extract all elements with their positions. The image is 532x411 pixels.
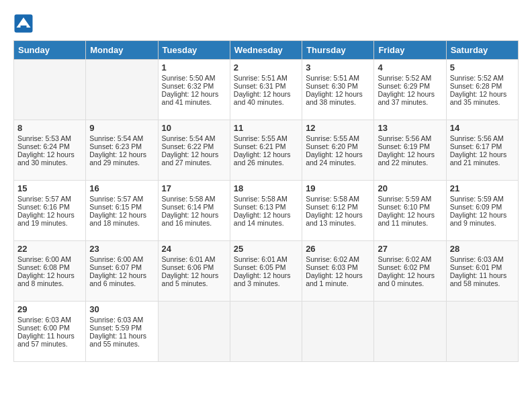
daylight: Daylight: 12 hours and 27 minutes. — [162, 150, 226, 167]
sunset: Sunset: 6:24 PM — [17, 142, 82, 150]
daylight: Daylight: 12 hours and 0 minutes. — [378, 271, 442, 287]
daylight: Daylight: 12 hours and 1 minute. — [306, 271, 370, 287]
day-number: 29 — [17, 304, 82, 314]
sunset: Sunset: 6:02 PM — [378, 263, 442, 271]
sunset: Sunset: 6:00 PM — [17, 324, 82, 332]
daylight: Daylight: 12 hours and 13 minutes. — [306, 211, 370, 227]
sunrise: Sunrise: 5:55 AM — [306, 134, 370, 142]
sunset: Sunset: 6:05 PM — [234, 263, 298, 271]
daylight: Daylight: 12 hours and 40 minutes. — [234, 90, 298, 106]
sunset: Sunset: 6:31 PM — [234, 82, 298, 90]
sunset: Sunset: 6:21 PM — [234, 142, 298, 150]
daylight: Daylight: 12 hours and 22 minutes. — [378, 150, 442, 167]
sunset: Sunset: 6:22 PM — [162, 142, 226, 150]
day-header-monday: Monday — [86, 41, 158, 60]
day-header-sunday: Sunday — [14, 41, 86, 60]
calendar-cell: 20Sunrise: 5:59 AMSunset: 6:10 PMDayligh… — [374, 181, 446, 241]
calendar-cell — [374, 302, 446, 362]
week-row-4: 22Sunrise: 6:00 AMSunset: 6:08 PMDayligh… — [14, 241, 519, 302]
calendar-cell — [446, 302, 518, 362]
logo-icon — [13, 13, 34, 34]
sunset: Sunset: 6:10 PM — [378, 203, 442, 211]
days-header-row: SundayMondayTuesdayWednesdayThursdayFrid… — [14, 41, 519, 60]
calendar-cell: 14Sunrise: 5:56 AMSunset: 6:17 PMDayligh… — [446, 120, 518, 181]
week-row-2: 8Sunrise: 5:53 AMSunset: 6:24 PMDaylight… — [14, 120, 519, 181]
sunrise: Sunrise: 5:56 AM — [450, 134, 515, 142]
sunrise: Sunrise: 6:03 AM — [17, 316, 82, 324]
logo — [13, 13, 36, 34]
day-header-saturday: Saturday — [446, 41, 518, 60]
day-number: 1 — [162, 62, 226, 73]
day-number: 19 — [306, 183, 370, 193]
day-number: 26 — [306, 244, 370, 254]
day-number: 14 — [450, 123, 515, 133]
sunrise: Sunrise: 5:51 AM — [306, 74, 370, 82]
day-number: 30 — [89, 304, 154, 314]
sunrise: Sunrise: 5:54 AM — [89, 134, 154, 142]
daylight: Daylight: 12 hours and 8 minutes. — [17, 271, 82, 287]
calendar-cell: 30Sunrise: 6:03 AMSunset: 5:59 PMDayligh… — [86, 302, 158, 362]
calendar-cell: 24Sunrise: 6:01 AMSunset: 6:06 PMDayligh… — [158, 241, 230, 302]
calendar-cell: 2Sunrise: 5:51 AMSunset: 6:31 PMDaylight… — [230, 60, 302, 120]
daylight: Daylight: 12 hours and 29 minutes. — [89, 150, 154, 167]
calendar-cell: 8Sunrise: 5:53 AMSunset: 6:24 PMDaylight… — [14, 120, 86, 181]
daylight: Daylight: 12 hours and 6 minutes. — [89, 271, 154, 287]
sunset: Sunset: 6:17 PM — [450, 142, 515, 150]
calendar-cell: 11Sunrise: 5:55 AMSunset: 6:21 PMDayligh… — [230, 120, 302, 181]
sunset: Sunset: 6:28 PM — [450, 82, 515, 90]
daylight: Daylight: 12 hours and 26 minutes. — [234, 150, 298, 167]
sunrise: Sunrise: 5:50 AM — [162, 74, 226, 82]
sunset: Sunset: 6:19 PM — [378, 142, 442, 150]
calendar-cell: 15Sunrise: 5:57 AMSunset: 6:16 PMDayligh… — [14, 181, 86, 241]
sunrise: Sunrise: 5:51 AM — [234, 74, 298, 82]
calendar-cell: 3Sunrise: 5:51 AMSunset: 6:30 PMDaylight… — [302, 60, 374, 120]
daylight: Daylight: 12 hours and 41 minutes. — [162, 90, 226, 106]
daylight: Daylight: 11 hours and 57 minutes. — [17, 332, 82, 348]
daylight: Daylight: 12 hours and 16 minutes. — [162, 211, 226, 227]
daylight: Daylight: 12 hours and 5 minutes. — [162, 271, 226, 287]
sunset: Sunset: 6:23 PM — [89, 142, 154, 150]
sunrise: Sunrise: 6:01 AM — [234, 255, 298, 263]
sunset: Sunset: 6:20 PM — [306, 142, 370, 150]
day-number: 27 — [378, 244, 442, 254]
daylight: Daylight: 12 hours and 37 minutes. — [378, 90, 442, 106]
calendar-cell: 22Sunrise: 6:00 AMSunset: 6:08 PMDayligh… — [14, 241, 86, 302]
sunrise: Sunrise: 5:56 AM — [378, 134, 442, 142]
sunrise: Sunrise: 5:55 AM — [234, 134, 298, 142]
sunrise: Sunrise: 6:00 AM — [17, 255, 82, 263]
calendar-table: SundayMondayTuesdayWednesdayThursdayFrid… — [13, 40, 519, 362]
calendar-cell: 10Sunrise: 5:54 AMSunset: 6:22 PMDayligh… — [158, 120, 230, 181]
calendar-cell: 18Sunrise: 5:58 AMSunset: 6:13 PMDayligh… — [230, 181, 302, 241]
sunset: Sunset: 5:59 PM — [89, 324, 154, 332]
sunset: Sunset: 6:13 PM — [234, 203, 298, 211]
sunrise: Sunrise: 6:03 AM — [89, 316, 154, 324]
day-number: 13 — [378, 123, 442, 133]
calendar-cell — [14, 60, 86, 120]
sunset: Sunset: 6:30 PM — [306, 82, 370, 90]
calendar-cell: 28Sunrise: 6:03 AMSunset: 6:01 PMDayligh… — [446, 241, 518, 302]
sunrise: Sunrise: 5:59 AM — [450, 195, 515, 203]
sunset: Sunset: 6:12 PM — [306, 203, 370, 211]
header — [13, 13, 519, 34]
calendar-cell: 26Sunrise: 6:02 AMSunset: 6:03 PMDayligh… — [302, 241, 374, 302]
calendar-cell: 13Sunrise: 5:56 AMSunset: 6:19 PMDayligh… — [374, 120, 446, 181]
sunrise: Sunrise: 5:58 AM — [162, 195, 226, 203]
daylight: Daylight: 12 hours and 38 minutes. — [306, 90, 370, 106]
daylight: Daylight: 11 hours and 58 minutes. — [450, 271, 515, 287]
day-number: 21 — [450, 183, 515, 193]
daylight: Daylight: 12 hours and 30 minutes. — [17, 150, 82, 167]
day-number: 18 — [234, 183, 298, 193]
calendar-cell: 9Sunrise: 5:54 AMSunset: 6:23 PMDaylight… — [86, 120, 158, 181]
day-header-friday: Friday — [374, 41, 446, 60]
sunrise: Sunrise: 5:52 AM — [450, 74, 515, 82]
daylight: Daylight: 12 hours and 9 minutes. — [450, 211, 515, 227]
calendar-cell: 12Sunrise: 5:55 AMSunset: 6:20 PMDayligh… — [302, 120, 374, 181]
day-number: 5 — [450, 62, 515, 73]
day-number: 8 — [17, 123, 82, 133]
daylight: Daylight: 12 hours and 19 minutes. — [17, 211, 82, 227]
day-number: 2 — [234, 62, 298, 73]
calendar-cell — [302, 302, 374, 362]
sunrise: Sunrise: 5:57 AM — [17, 195, 82, 203]
daylight: Daylight: 12 hours and 11 minutes. — [378, 211, 442, 227]
day-number: 9 — [89, 123, 154, 133]
